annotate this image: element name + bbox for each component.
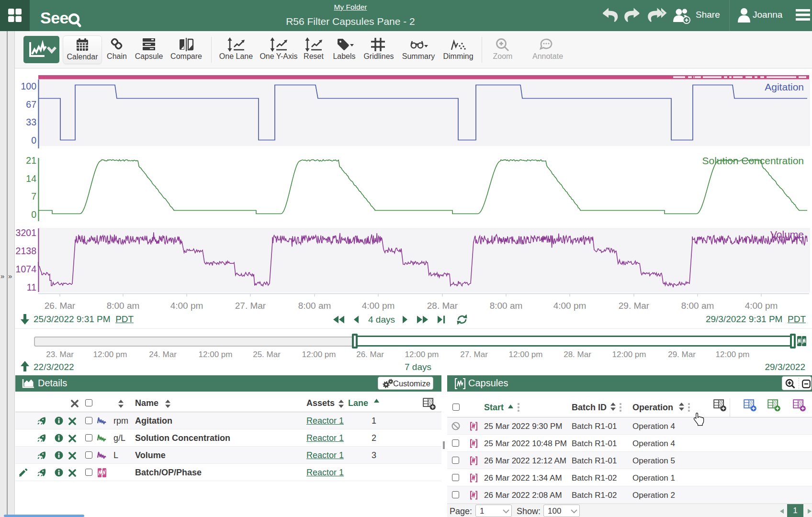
svg-text:8:00 am: 8:00 am bbox=[681, 301, 714, 311]
svg-text:Agitation: Agitation bbox=[765, 81, 804, 92]
svg-text:33: 33 bbox=[26, 117, 36, 127]
svg-text:8:00 am: 8:00 am bbox=[107, 301, 140, 311]
svg-text:8:00 am: 8:00 am bbox=[298, 301, 331, 311]
svg-text:4:00 pm: 4:00 pm bbox=[745, 301, 778, 311]
svg-text:29. Mar: 29. Mar bbox=[619, 301, 650, 311]
svg-text:0: 0 bbox=[31, 135, 36, 146]
svg-text:See: See bbox=[40, 9, 68, 27]
svg-text:100: 100 bbox=[21, 81, 36, 91]
svg-text:67: 67 bbox=[26, 99, 36, 110]
svg-text:26. Mar: 26. Mar bbox=[45, 301, 76, 311]
svg-text:27. Mar: 27. Mar bbox=[235, 301, 266, 311]
svg-text:2138: 2138 bbox=[16, 246, 36, 256]
svg-text:Solution Concentration: Solution Concentration bbox=[702, 155, 804, 166]
svg-text:7: 7 bbox=[31, 191, 36, 202]
svg-text:4 days: 4 days bbox=[368, 315, 395, 325]
svg-text:0: 0 bbox=[31, 209, 36, 220]
svg-text:Volume: Volume bbox=[770, 229, 804, 240]
svg-text:11: 11 bbox=[27, 282, 36, 292]
svg-text:1074: 1074 bbox=[16, 264, 37, 274]
svg-text:8:00 am: 8:00 am bbox=[490, 301, 523, 311]
svg-text:21: 21 bbox=[26, 155, 36, 166]
svg-text:4:00 pm: 4:00 pm bbox=[362, 301, 395, 311]
svg-text:14: 14 bbox=[26, 173, 36, 184]
svg-text:4:00 pm: 4:00 pm bbox=[170, 301, 203, 311]
svg-text:3201: 3201 bbox=[16, 227, 36, 238]
svg-text:4:00 pm: 4:00 pm bbox=[553, 301, 586, 311]
svg-text:28. Mar: 28. Mar bbox=[427, 301, 458, 311]
